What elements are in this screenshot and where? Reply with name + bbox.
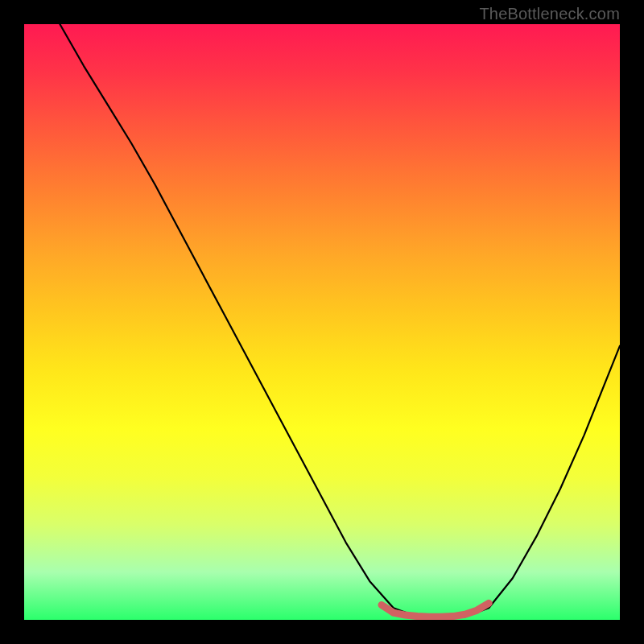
curve-layer: [24, 24, 620, 620]
optimal-band: [382, 603, 489, 617]
chart-stage: TheBottleneck.com: [0, 0, 644, 644]
plot-area: [24, 24, 620, 620]
attribution-text: TheBottleneck.com: [479, 5, 620, 23]
bottleneck-curve: [60, 24, 620, 618]
